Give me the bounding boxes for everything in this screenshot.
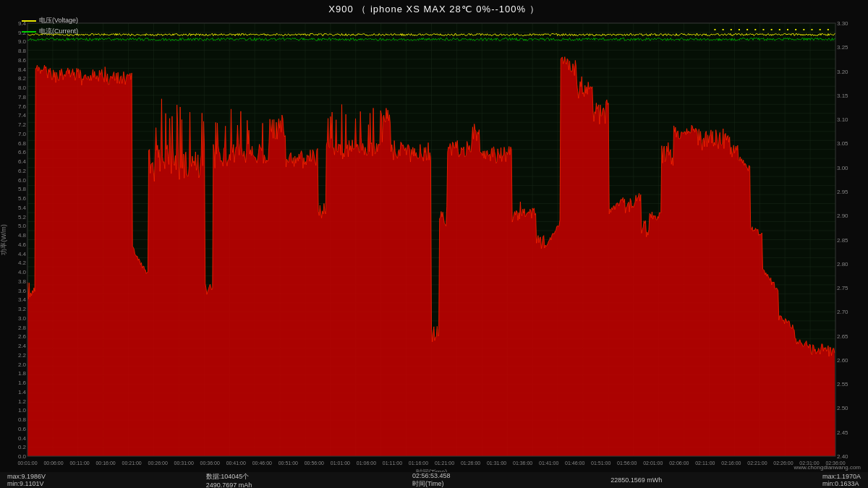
current-color-swatch	[22, 31, 36, 33]
voltage-legend-item: 电压(Voltage)	[22, 16, 78, 25]
watermark: www.chongdianwang.com	[794, 464, 861, 471]
data-stats: 数据:104045个 2490.7697 mAh	[206, 472, 252, 489]
chart-title: X900 （ iphone XS MAX 28℃ 0%--100% ）	[0, 3, 868, 16]
current-legend-item: 电流(Current)	[22, 27, 78, 36]
elapsed-time: 02:56:53.458	[412, 472, 451, 479]
voltage-legend-label: 电压(Voltage)	[39, 16, 78, 25]
max-voltage: max:9.1986V	[7, 473, 46, 480]
min-voltage: min:9.1101V	[7, 480, 44, 487]
current-stats: max:1.1970A min:0.1633A	[822, 473, 861, 487]
time-axis-label: 时间(Time)	[412, 479, 444, 489]
mah-value: 2490.7697 mAh	[206, 481, 252, 489]
min-current: min:0.1633A	[822, 480, 859, 487]
chart-legend: 电压(Voltage) 电流(Current)	[22, 16, 78, 36]
energy-stats: 22850.1569 mWh	[610, 476, 662, 484]
energy-value: 22850.1569 mWh	[610, 476, 662, 484]
voltage-stats: max:9.1986V min:9.1101V	[7, 473, 46, 487]
max-current: max:1.1970A	[822, 473, 861, 480]
time-stats: 02:56:53.458 时间(Time)	[412, 472, 451, 489]
voltage-color-swatch	[22, 20, 36, 22]
chart-footer: max:9.1986V min:9.1101V 数据:104045个 2490.…	[0, 472, 868, 488]
data-count: 数据:104045个	[206, 472, 250, 481]
current-legend-label: 电流(Current)	[39, 27, 78, 36]
